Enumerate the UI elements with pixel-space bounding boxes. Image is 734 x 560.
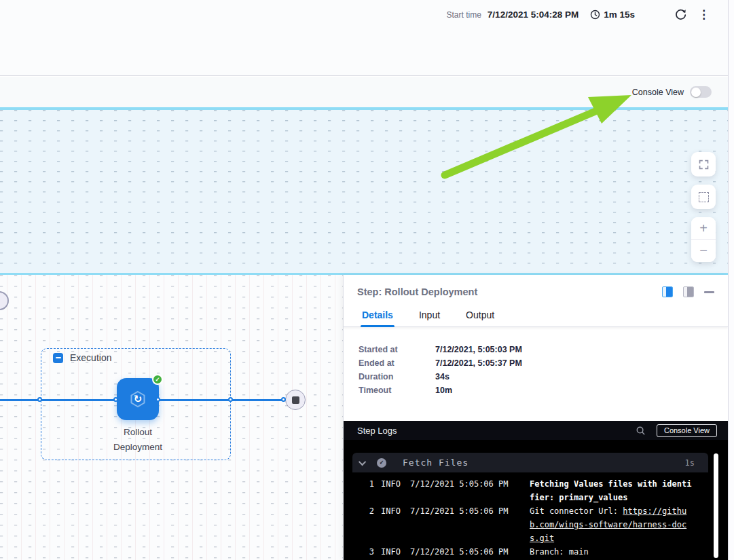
port bbox=[228, 397, 233, 402]
console-view-toggle[interactable] bbox=[690, 86, 712, 98]
view-toolbar: Console View bbox=[0, 77, 734, 107]
panel-view-button[interactable] bbox=[683, 286, 694, 297]
search-icon bbox=[636, 426, 646, 436]
tab-output[interactable]: Output bbox=[464, 304, 496, 326]
fullscreen-icon bbox=[698, 159, 710, 170]
log-search-button[interactable] bbox=[636, 426, 646, 436]
execution-header: Start time 7/12/2021 5:04:28 PM 1m 15s ⋮ bbox=[0, 0, 734, 76]
log-line-number: 3 bbox=[369, 545, 374, 559]
refresh-button[interactable] bbox=[674, 8, 687, 21]
window-scrollbar-gutter[interactable] bbox=[728, 0, 734, 560]
zoom-out-button[interactable]: − bbox=[691, 240, 716, 262]
log-timestamp: 7/12/2021 5:05:06 PM bbox=[410, 504, 510, 545]
kebab-menu-icon: ⋮ bbox=[698, 9, 710, 20]
detail-label: Timeout bbox=[359, 386, 435, 395]
port bbox=[113, 397, 118, 402]
node-label-line1: Rollout bbox=[77, 425, 199, 440]
log-level: INFO bbox=[381, 477, 401, 504]
rollout-deployment-node[interactable]: ↻ bbox=[117, 378, 159, 420]
canvas-zoom-controls: + − bbox=[691, 152, 716, 262]
panel-view-icon bbox=[687, 287, 693, 297]
fullscreen-button[interactable] bbox=[691, 152, 716, 176]
rollout-icon: ↻ bbox=[127, 388, 149, 410]
chevron-down-icon bbox=[359, 458, 366, 465]
stage-canvas[interactable]: + − bbox=[0, 107, 734, 275]
detail-value: 34s bbox=[435, 372, 449, 381]
panel-tabs: Details Input Output bbox=[344, 304, 728, 327]
detail-row: Ended at 7/12/2021, 5:05:37 PM bbox=[359, 356, 728, 370]
detail-label: Ended at bbox=[359, 358, 435, 368]
log-message: Fetching Values files with identifier: p… bbox=[530, 477, 695, 504]
log-line-number: 2 bbox=[369, 504, 374, 545]
detail-value: 7/12/2021, 5:05:37 PM bbox=[435, 358, 522, 368]
check-icon: ✓ bbox=[155, 377, 160, 383]
tab-input[interactable]: Input bbox=[418, 304, 441, 326]
zoom-in-button[interactable]: + bbox=[691, 217, 716, 240]
details-list: Started at 7/12/2021, 5:05:03 PM Ended a… bbox=[344, 327, 728, 397]
zoom-stack: + − bbox=[691, 217, 716, 262]
detail-label: Duration bbox=[359, 372, 435, 381]
log-message-text: Git connector Url: bbox=[530, 506, 623, 516]
refresh-icon bbox=[674, 8, 687, 21]
log-level: INFO bbox=[381, 504, 401, 545]
port bbox=[281, 397, 286, 402]
log-group-duration: 1s bbox=[685, 458, 695, 468]
log-message: Branch: main bbox=[530, 545, 695, 559]
detail-row: Timeout 10m bbox=[359, 384, 728, 397]
node-label-line2: Deployment bbox=[77, 440, 199, 455]
dot-grid bbox=[0, 110, 734, 273]
panel-title: Step: Rollout Deployment bbox=[357, 286, 662, 297]
detail-row: Started at 7/12/2021, 5:05:03 PM bbox=[359, 343, 728, 356]
more-options-button[interactable]: ⋮ bbox=[698, 9, 710, 20]
step-logs-title: Step Logs bbox=[357, 426, 625, 436]
log-line: 3 INFO 7/12/2021 5:05:06 PM Branch: main bbox=[344, 545, 728, 559]
port bbox=[155, 397, 160, 402]
log-line-number: 1 bbox=[369, 477, 374, 504]
stop-icon bbox=[292, 396, 299, 404]
execution-group-label: Execution bbox=[70, 352, 111, 363]
pipeline-execution-page: Start time 7/12/2021 5:04:28 PM 1m 15s ⋮… bbox=[0, 0, 734, 560]
step-logs-section: Step Logs Console View ✓ Fetch Files 1s bbox=[344, 421, 728, 560]
elapsed-duration: 1m 15s bbox=[604, 10, 635, 20]
start-time-value: 7/12/2021 5:04:28 PM bbox=[488, 10, 579, 20]
tab-details[interactable]: Details bbox=[361, 304, 394, 326]
step-logs-header: Step Logs Console View bbox=[344, 421, 728, 440]
fit-view-icon bbox=[699, 192, 709, 202]
console-view-label: Console View bbox=[632, 88, 684, 97]
detail-value: 10m bbox=[435, 386, 452, 395]
collapse-group-button[interactable] bbox=[53, 353, 63, 363]
log-level: INFO bbox=[381, 545, 401, 559]
fit-to-view-button[interactable] bbox=[691, 185, 716, 209]
group-success-icon: ✓ bbox=[377, 458, 386, 468]
split-view-icon bbox=[666, 287, 672, 297]
log-timestamp: 7/12/2021 5:05:06 PM bbox=[410, 477, 510, 504]
log-lines: 1 INFO 7/12/2021 5:05:06 PM Fetching Val… bbox=[344, 477, 728, 559]
node-label: Rollout Deployment bbox=[77, 425, 199, 455]
success-badge: ✓ bbox=[152, 374, 163, 385]
detail-value: 7/12/2021, 5:05:03 PM bbox=[435, 345, 522, 354]
detail-label: Started at bbox=[359, 345, 435, 354]
detail-row: Duration 34s bbox=[359, 370, 728, 384]
log-timestamp: 7/12/2021 5:05:06 PM bbox=[410, 545, 510, 559]
log-output[interactable]: ✓ Fetch Files 1s 1 INFO 7/12/2021 5:05:0… bbox=[344, 440, 728, 560]
log-group-name: Fetch Files bbox=[403, 458, 685, 468]
start-time-label: Start time bbox=[447, 10, 481, 20]
toggle-knob bbox=[691, 88, 701, 97]
minus-icon bbox=[56, 357, 61, 358]
check-icon: ✓ bbox=[380, 460, 384, 466]
log-line: 2 INFO 7/12/2021 5:05:06 PM Git connecto… bbox=[344, 504, 728, 545]
log-scrollbar[interactable] bbox=[714, 453, 718, 558]
step-details-panel: Step: Rollout Deployment Details Input O… bbox=[343, 275, 728, 560]
log-line: 1 INFO 7/12/2021 5:05:06 PM Fetching Val… bbox=[344, 477, 728, 504]
logs-console-view-button[interactable]: Console View bbox=[657, 424, 717, 437]
log-group-fetch-files[interactable]: ✓ Fetch Files 1s bbox=[352, 453, 708, 472]
minimize-panel-button[interactable] bbox=[704, 286, 714, 297]
port bbox=[37, 397, 42, 402]
clock-icon bbox=[590, 10, 600, 20]
log-message: Git connector Url: https://github.com/wi… bbox=[530, 504, 695, 545]
end-node[interactable] bbox=[285, 390, 306, 410]
split-view-button[interactable] bbox=[662, 286, 673, 297]
